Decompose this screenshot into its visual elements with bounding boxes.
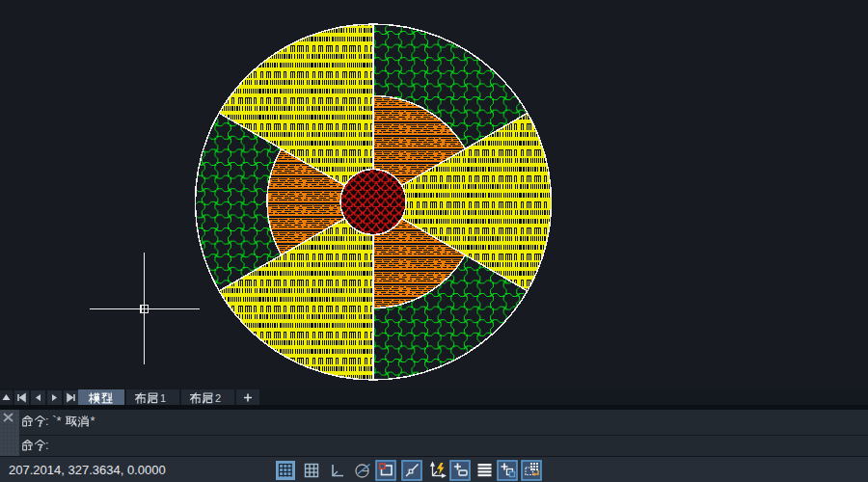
svg-text:: `*: : `* [45, 414, 62, 428]
svg-text:1: 1 [160, 392, 166, 404]
svg-text:*: * [91, 414, 95, 428]
svg-text::: : [45, 438, 49, 452]
svg-text:2: 2 [215, 392, 221, 404]
